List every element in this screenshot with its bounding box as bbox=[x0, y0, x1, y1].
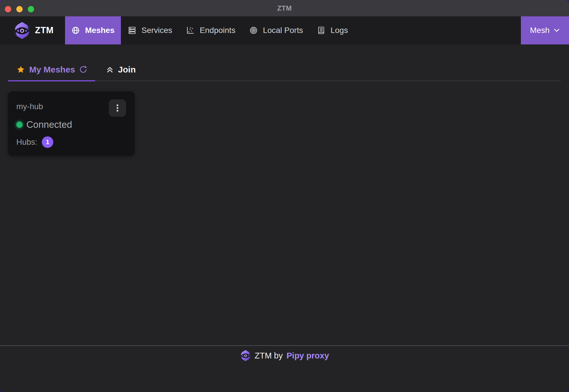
mesh-name: my-hub bbox=[16, 102, 43, 111]
tab-my-meshes[interactable]: My Meshes bbox=[8, 44, 95, 81]
traffic-lights bbox=[5, 6, 34, 12]
mesh-card[interactable]: my-hub Connected Hubs: 1 bbox=[8, 91, 135, 156]
nav-item-services[interactable]: Services bbox=[121, 16, 179, 44]
content-empty-area bbox=[0, 156, 569, 345]
ellipsis-vertical-icon bbox=[113, 103, 122, 113]
nav-item-label: Services bbox=[142, 26, 172, 35]
mesh-dropdown-label: Mesh bbox=[530, 26, 550, 35]
nav-item-logs[interactable]: Logs bbox=[310, 16, 355, 44]
footer-byline: ZTM by bbox=[255, 351, 283, 360]
mesh-status: Connected bbox=[26, 119, 72, 130]
tab-label: My Meshes bbox=[29, 65, 75, 75]
mesh-card-menu-button[interactable] bbox=[109, 99, 126, 117]
mesh-status-row: Connected bbox=[16, 119, 126, 130]
hubs-count-badge: 1 bbox=[42, 136, 53, 148]
mesh-hubs-row: Hubs: 1 bbox=[16, 136, 126, 148]
globe-icon bbox=[71, 26, 80, 35]
nav-item-label: Logs bbox=[331, 26, 348, 35]
ztm-footer-logo-icon bbox=[240, 350, 251, 362]
nav-item-local-ports[interactable]: Local Ports bbox=[242, 16, 310, 44]
nav-item-label: Meshes bbox=[85, 26, 115, 35]
chevron-down-icon bbox=[554, 27, 560, 34]
hubs-label: Hubs: bbox=[16, 138, 37, 147]
mesh-dropdown-button[interactable]: Mesh bbox=[521, 16, 569, 44]
window-title: ZTM bbox=[277, 4, 292, 12]
book-icon bbox=[317, 26, 325, 35]
tab-join[interactable]: Join bbox=[99, 44, 143, 81]
refresh-icon[interactable] bbox=[79, 66, 87, 73]
nav-item-label: Local Ports bbox=[263, 26, 303, 35]
nav-spacer bbox=[355, 16, 521, 44]
navbar: ZTM Meshes bbox=[0, 16, 569, 44]
close-window-button[interactable] bbox=[5, 6, 11, 12]
angle-double-up-icon bbox=[106, 66, 114, 74]
star-icon bbox=[17, 65, 25, 74]
server-icon bbox=[128, 26, 136, 35]
tab-row: My Meshes Join bbox=[8, 44, 561, 81]
nav-item-meshes[interactable]: Meshes bbox=[65, 16, 121, 44]
brand: ZTM bbox=[0, 16, 65, 44]
chart-scatter-icon bbox=[186, 26, 195, 35]
app-window: ZTM ZTM Meshes bbox=[0, 0, 569, 392]
footer: ZTM by Pipy proxy bbox=[0, 345, 569, 392]
brand-name: ZTM bbox=[35, 25, 54, 36]
nav-item-label: Endpoints bbox=[200, 26, 236, 35]
bullseye-icon bbox=[249, 26, 258, 35]
tab-label: Join bbox=[118, 65, 136, 75]
status-dot-icon bbox=[16, 121, 23, 128]
pipy-proxy-link[interactable]: Pipy proxy bbox=[287, 351, 329, 360]
main-content: My Meshes Join my-hub bbox=[0, 44, 569, 392]
zoom-window-button[interactable] bbox=[28, 6, 34, 12]
ztm-logo-icon bbox=[14, 21, 30, 40]
nav-item-endpoints[interactable]: Endpoints bbox=[179, 16, 242, 44]
titlebar: ZTM bbox=[0, 0, 569, 16]
minimize-window-button[interactable] bbox=[16, 6, 23, 12]
